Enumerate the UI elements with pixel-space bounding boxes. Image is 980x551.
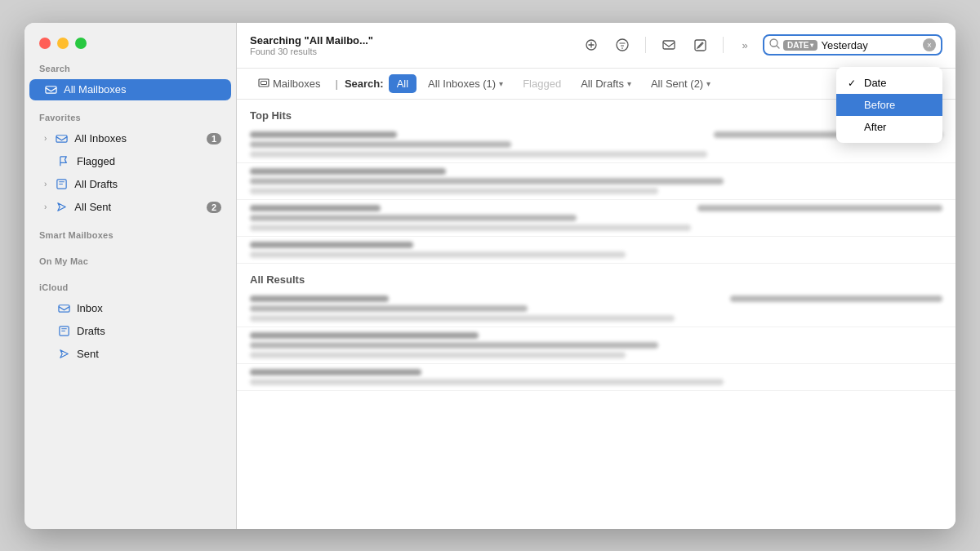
sidebar-item-icloud-inbox[interactable]: Inbox (29, 298, 231, 319)
toolbar: Searching "All Mailbo..." Found 30 resul… (237, 23, 956, 69)
all-inboxes-badge: 1 (207, 133, 221, 144)
email-subject (250, 215, 577, 221)
main-content: Searching "All Mailbo..." Found 30 resul… (237, 23, 956, 529)
date-option-label: Date (864, 77, 886, 89)
all-tab-label: All (397, 78, 408, 90)
all-inboxes-label: All Inboxes (74, 132, 127, 144)
dropdown-item-before[interactable]: Before (836, 94, 942, 116)
filter-all-tab[interactable]: All (389, 74, 416, 93)
sidebar-item-icloud-drafts[interactable]: Drafts (29, 321, 231, 342)
date-dropdown: ✓ Date Before After (836, 67, 942, 143)
all-inboxes-tab-label: All Inboxes (1) (428, 78, 496, 90)
add-button[interactable] (580, 33, 603, 56)
date-badge[interactable]: DATE ▾ (783, 40, 817, 51)
all-drafts-tab-label: All Drafts (581, 78, 624, 90)
edit-button[interactable] (688, 33, 711, 56)
email-sender (250, 295, 389, 302)
email-preview (250, 188, 658, 194)
sidebar-item-flagged[interactable]: Flagged (29, 151, 231, 172)
on-my-mac-label: On My Mac (24, 256, 236, 271)
content-area: Top Hits (237, 100, 956, 529)
dropdown-item-date[interactable]: ✓ Date (836, 72, 942, 94)
minimize-button[interactable] (57, 38, 69, 49)
after-option-label: After (864, 121, 886, 133)
mailboxes-tab[interactable]: Mailboxes (250, 74, 329, 93)
email-sender (250, 369, 421, 375)
sidebar-item-all-sent[interactable]: › All Sent 2 (29, 197, 231, 218)
toolbar-separator (645, 37, 646, 53)
all-drafts-label: All Drafts (74, 178, 118, 190)
filter-flagged-tab[interactable]: Flagged (514, 74, 569, 93)
sidebar: Search All Mailboxes Favorites › All (24, 23, 237, 529)
more-button[interactable]: » (735, 33, 755, 56)
search-bar: DATE ▾ Yesterday × (763, 34, 942, 56)
toolbar-subtitle: Found 30 results (250, 47, 572, 56)
svg-rect-0 (45, 87, 56, 93)
email-row[interactable] (237, 237, 956, 264)
filter-all-inboxes-tab[interactable]: All Inboxes (1) ▾ (420, 74, 511, 93)
email-subject (250, 342, 658, 349)
mail-window: Search All Mailboxes Favorites › All (24, 23, 956, 529)
close-button[interactable] (39, 38, 51, 49)
search-clear-button[interactable]: × (923, 38, 936, 51)
chevron-down-icon: ▾ (810, 42, 813, 49)
chevron-right-icon: » (742, 39, 747, 51)
search-section-label: Search (24, 64, 236, 78)
mailboxes-label: Mailboxes (273, 78, 321, 90)
sidebar-item-all-inboxes[interactable]: › All Inboxes 1 (29, 128, 231, 149)
filter-button[interactable] (611, 33, 634, 56)
svg-rect-7 (663, 41, 675, 49)
icloud-sent-label: Sent (77, 348, 99, 360)
email-sender (250, 242, 413, 248)
search-icon (769, 38, 780, 51)
sidebar-item-icloud-sent[interactable]: Sent (29, 344, 231, 365)
mailboxes-icon (258, 78, 270, 88)
chevron-icon: ▾ (499, 79, 503, 88)
email-date (730, 295, 942, 302)
svg-rect-3 (58, 305, 69, 312)
all-results-header: All Results (237, 264, 956, 291)
email-subject (250, 379, 724, 385)
email-row[interactable] (237, 163, 956, 200)
flagged-tab-label: Flagged (523, 78, 561, 90)
all-sent-badge: 2 (207, 202, 221, 213)
email-preview (250, 151, 707, 158)
maximize-button[interactable] (75, 38, 87, 49)
email-row[interactable] (237, 364, 956, 391)
filter-all-drafts-tab[interactable]: All Drafts ▾ (572, 74, 639, 93)
draft-icon (55, 178, 68, 191)
window-controls (24, 38, 236, 64)
sent-icon (55, 201, 68, 214)
filter-all-sent-tab[interactable]: All Sent (2) ▾ (643, 74, 719, 93)
search-bar-container: DATE ▾ Yesterday × ✓ Date Before (763, 34, 942, 56)
email-row[interactable] (237, 327, 956, 364)
compose-button[interactable] (657, 33, 680, 56)
icloud-draft-icon (57, 325, 70, 338)
email-date (697, 205, 942, 211)
dropdown-item-after[interactable]: After (836, 116, 942, 138)
svg-rect-11 (261, 82, 267, 85)
email-subject (250, 141, 511, 148)
search-label: Search: (345, 78, 384, 90)
email-preview (250, 224, 691, 231)
email-row[interactable] (237, 291, 956, 327)
title-area: Searching "All Mailbo..." Found 30 resul… (250, 34, 572, 56)
all-sent-label: All Sent (74, 201, 111, 213)
icloud-inbox-label: Inbox (77, 302, 103, 314)
all-sent-tab-label: All Sent (2) (651, 78, 703, 90)
email-row[interactable] (237, 200, 956, 237)
sidebar-item-all-mailboxes[interactable]: All Mailboxes (29, 79, 231, 100)
smart-mailboxes-label: Smart Mailboxes (24, 230, 236, 245)
email-subject (250, 178, 724, 184)
icloud-drafts-label: Drafts (77, 325, 105, 337)
date-label: DATE (787, 41, 808, 50)
email-sender (250, 332, 479, 339)
chevron-icon: › (44, 134, 47, 143)
svg-point-6 (617, 39, 628, 51)
search-term: Yesterday (821, 39, 920, 51)
email-sender (250, 205, 381, 211)
sidebar-item-all-drafts[interactable]: › All Drafts (29, 174, 231, 195)
mailbox-icon (44, 83, 57, 96)
icloud-inbox-icon (57, 302, 70, 315)
toolbar-title: Searching "All Mailbo..." (250, 34, 572, 47)
